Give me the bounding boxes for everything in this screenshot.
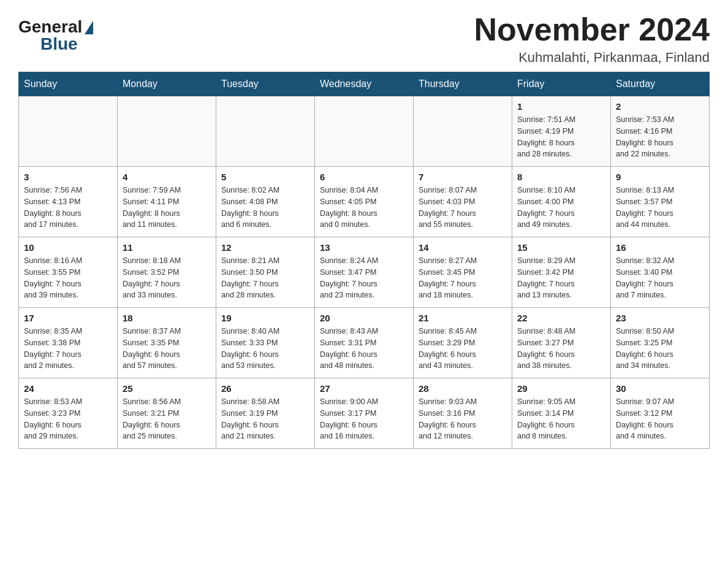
calendar-day-cell: 25Sunrise: 8:56 AMSunset: 3:21 PMDayligh… bbox=[118, 378, 216, 449]
calendar-day-cell: 26Sunrise: 8:58 AMSunset: 3:19 PMDayligh… bbox=[216, 378, 315, 449]
day-number: 3 bbox=[24, 172, 112, 182]
day-info: Sunrise: 9:05 AMSunset: 3:14 PMDaylight:… bbox=[517, 396, 605, 442]
day-number: 6 bbox=[320, 172, 408, 182]
calendar-day-cell: 21Sunrise: 8:45 AMSunset: 3:29 PMDayligh… bbox=[414, 308, 512, 378]
day-number: 13 bbox=[320, 242, 408, 253]
logo-blue-text: Blue bbox=[40, 36, 93, 53]
day-info: Sunrise: 8:32 AMSunset: 3:40 PMDaylight:… bbox=[616, 255, 704, 301]
logo-general: General bbox=[18, 18, 93, 36]
day-info: Sunrise: 8:45 AMSunset: 3:29 PMDaylight:… bbox=[419, 326, 507, 372]
calendar-day-cell: 6Sunrise: 8:04 AMSunset: 4:05 PMDaylight… bbox=[315, 167, 414, 237]
page-header: General Blue November 2024 Kuhmalahti, P… bbox=[18, 12, 710, 66]
day-info: Sunrise: 9:00 AMSunset: 3:17 PMDaylight:… bbox=[320, 396, 408, 442]
day-info: Sunrise: 8:29 AMSunset: 3:42 PMDaylight:… bbox=[517, 255, 605, 301]
day-info: Sunrise: 9:07 AMSunset: 3:12 PMDaylight:… bbox=[616, 396, 704, 442]
day-info: Sunrise: 8:18 AMSunset: 3:52 PMDaylight:… bbox=[123, 255, 211, 301]
calendar-day-cell bbox=[118, 96, 216, 167]
day-number: 24 bbox=[24, 383, 112, 394]
day-number: 27 bbox=[320, 383, 408, 394]
day-info: Sunrise: 8:04 AMSunset: 4:05 PMDaylight:… bbox=[320, 185, 408, 231]
calendar-day-cell: 24Sunrise: 8:53 AMSunset: 3:23 PMDayligh… bbox=[19, 378, 118, 449]
weekday-header-wednesday: Wednesday bbox=[315, 72, 414, 96]
calendar-body: 1Sunrise: 7:51 AMSunset: 4:19 PMDaylight… bbox=[19, 96, 710, 449]
day-number: 30 bbox=[616, 383, 704, 394]
calendar-week-row: 1Sunrise: 7:51 AMSunset: 4:19 PMDaylight… bbox=[19, 96, 710, 167]
day-info: Sunrise: 8:56 AMSunset: 3:21 PMDaylight:… bbox=[123, 396, 211, 442]
calendar-day-cell: 18Sunrise: 8:37 AMSunset: 3:35 PMDayligh… bbox=[118, 308, 216, 378]
day-number: 18 bbox=[123, 313, 211, 323]
day-number: 14 bbox=[419, 242, 507, 253]
day-info: Sunrise: 8:10 AMSunset: 4:00 PMDaylight:… bbox=[517, 185, 605, 231]
calendar-day-cell: 28Sunrise: 9:03 AMSunset: 3:16 PMDayligh… bbox=[414, 378, 512, 449]
day-number: 29 bbox=[517, 383, 605, 394]
day-info: Sunrise: 8:27 AMSunset: 3:45 PMDaylight:… bbox=[419, 255, 507, 301]
calendar-day-cell: 12Sunrise: 8:21 AMSunset: 3:50 PMDayligh… bbox=[216, 237, 315, 308]
day-number: 19 bbox=[221, 313, 309, 323]
day-info: Sunrise: 7:59 AMSunset: 4:11 PMDaylight:… bbox=[123, 185, 211, 231]
day-number: 26 bbox=[221, 383, 309, 394]
day-info: Sunrise: 7:56 AMSunset: 4:13 PMDaylight:… bbox=[24, 185, 112, 231]
day-info: Sunrise: 8:50 AMSunset: 3:25 PMDaylight:… bbox=[616, 326, 704, 372]
title-block: November 2024 Kuhmalahti, Pirkanmaa, Fin… bbox=[474, 12, 710, 66]
calendar-day-cell: 13Sunrise: 8:24 AMSunset: 3:47 PMDayligh… bbox=[315, 237, 414, 308]
day-number: 4 bbox=[123, 172, 211, 182]
day-info: Sunrise: 7:53 AMSunset: 4:16 PMDaylight:… bbox=[616, 114, 704, 160]
calendar-day-cell: 23Sunrise: 8:50 AMSunset: 3:25 PMDayligh… bbox=[611, 308, 710, 378]
day-number: 1 bbox=[517, 101, 605, 112]
day-info: Sunrise: 8:40 AMSunset: 3:33 PMDaylight:… bbox=[221, 326, 309, 372]
calendar-day-cell bbox=[414, 96, 512, 167]
calendar-day-cell: 27Sunrise: 9:00 AMSunset: 3:17 PMDayligh… bbox=[315, 378, 414, 449]
calendar-day-cell: 29Sunrise: 9:05 AMSunset: 3:14 PMDayligh… bbox=[512, 378, 611, 449]
day-info: Sunrise: 9:03 AMSunset: 3:16 PMDaylight:… bbox=[419, 396, 507, 442]
day-number: 11 bbox=[123, 242, 211, 253]
day-info: Sunrise: 8:48 AMSunset: 3:27 PMDaylight:… bbox=[517, 326, 605, 372]
calendar-day-cell: 9Sunrise: 8:13 AMSunset: 3:57 PMDaylight… bbox=[611, 167, 710, 237]
calendar-day-cell: 11Sunrise: 8:18 AMSunset: 3:52 PMDayligh… bbox=[118, 237, 216, 308]
day-info: Sunrise: 8:13 AMSunset: 3:57 PMDaylight:… bbox=[616, 185, 704, 231]
logo: General Blue bbox=[18, 18, 93, 53]
day-number: 8 bbox=[517, 172, 605, 182]
day-number: 5 bbox=[221, 172, 309, 182]
calendar-week-row: 17Sunrise: 8:35 AMSunset: 3:38 PMDayligh… bbox=[19, 308, 710, 378]
weekday-header-friday: Friday bbox=[512, 72, 611, 96]
day-number: 9 bbox=[616, 172, 704, 182]
calendar-day-cell: 30Sunrise: 9:07 AMSunset: 3:12 PMDayligh… bbox=[611, 378, 710, 449]
calendar-day-cell: 1Sunrise: 7:51 AMSunset: 4:19 PMDaylight… bbox=[512, 96, 611, 167]
calendar-day-cell: 2Sunrise: 7:53 AMSunset: 4:16 PMDaylight… bbox=[611, 96, 710, 167]
day-number: 20 bbox=[320, 313, 408, 323]
day-info: Sunrise: 8:53 AMSunset: 3:23 PMDaylight:… bbox=[24, 396, 112, 442]
calendar-day-cell: 3Sunrise: 7:56 AMSunset: 4:13 PMDaylight… bbox=[19, 167, 118, 237]
calendar-day-cell: 14Sunrise: 8:27 AMSunset: 3:45 PMDayligh… bbox=[414, 237, 512, 308]
calendar-day-cell: 20Sunrise: 8:43 AMSunset: 3:31 PMDayligh… bbox=[315, 308, 414, 378]
day-info: Sunrise: 8:35 AMSunset: 3:38 PMDaylight:… bbox=[24, 326, 112, 372]
calendar-day-cell: 17Sunrise: 8:35 AMSunset: 3:38 PMDayligh… bbox=[19, 308, 118, 378]
day-info: Sunrise: 8:21 AMSunset: 3:50 PMDaylight:… bbox=[221, 255, 309, 301]
calendar-week-row: 3Sunrise: 7:56 AMSunset: 4:13 PMDaylight… bbox=[19, 167, 710, 237]
calendar-day-cell bbox=[216, 96, 315, 167]
calendar-header: SundayMondayTuesdayWednesdayThursdayFrid… bbox=[19, 72, 710, 96]
weekday-header-tuesday: Tuesday bbox=[216, 72, 315, 96]
weekday-header-thursday: Thursday bbox=[414, 72, 512, 96]
day-info: Sunrise: 8:02 AMSunset: 4:08 PMDaylight:… bbox=[221, 185, 309, 231]
day-number: 23 bbox=[616, 313, 704, 323]
day-number: 25 bbox=[123, 383, 211, 394]
calendar-day-cell: 15Sunrise: 8:29 AMSunset: 3:42 PMDayligh… bbox=[512, 237, 611, 308]
day-number: 16 bbox=[616, 242, 704, 253]
day-number: 22 bbox=[517, 313, 605, 323]
day-number: 21 bbox=[419, 313, 507, 323]
calendar-table: SundayMondayTuesdayWednesdayThursdayFrid… bbox=[18, 72, 710, 449]
day-number: 7 bbox=[419, 172, 507, 182]
day-info: Sunrise: 8:24 AMSunset: 3:47 PMDaylight:… bbox=[320, 255, 408, 301]
calendar-day-cell: 4Sunrise: 7:59 AMSunset: 4:11 PMDaylight… bbox=[118, 167, 216, 237]
calendar-day-cell: 5Sunrise: 8:02 AMSunset: 4:08 PMDaylight… bbox=[216, 167, 315, 237]
day-info: Sunrise: 8:43 AMSunset: 3:31 PMDaylight:… bbox=[320, 326, 408, 372]
calendar-week-row: 10Sunrise: 8:16 AMSunset: 3:55 PMDayligh… bbox=[19, 237, 710, 308]
weekday-header-row: SundayMondayTuesdayWednesdayThursdayFrid… bbox=[19, 72, 710, 96]
day-number: 10 bbox=[24, 242, 112, 253]
day-number: 15 bbox=[517, 242, 605, 253]
month-title: November 2024 bbox=[474, 12, 710, 47]
day-number: 28 bbox=[419, 383, 507, 394]
day-info: Sunrise: 7:51 AMSunset: 4:19 PMDaylight:… bbox=[517, 114, 605, 160]
calendar-day-cell: 10Sunrise: 8:16 AMSunset: 3:55 PMDayligh… bbox=[19, 237, 118, 308]
calendar-day-cell: 7Sunrise: 8:07 AMSunset: 4:03 PMDaylight… bbox=[414, 167, 512, 237]
